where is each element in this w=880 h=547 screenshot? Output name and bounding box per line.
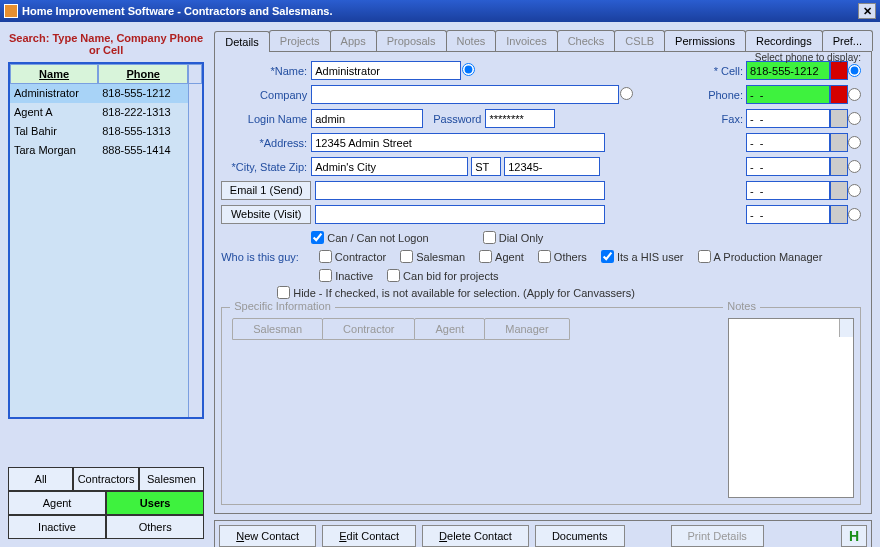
tab-apps[interactable]: Apps — [330, 30, 377, 51]
tab-details-body: Select phone to display: Name: Cell: Com… — [214, 52, 872, 514]
tab-bar: DetailsProjectsAppsProposalsNotesInvoice… — [214, 30, 872, 52]
company-input[interactable] — [311, 85, 619, 104]
check-can-logon[interactable]: Can / Can not Logon — [311, 231, 429, 244]
check-salesman[interactable]: Salesman — [400, 250, 465, 263]
col-header-phone[interactable]: Phone — [98, 64, 188, 84]
name-radio[interactable] — [462, 63, 475, 76]
extra2-dial-button[interactable] — [830, 157, 848, 176]
cell-input[interactable] — [746, 61, 830, 80]
spec-tab-agent[interactable]: Agent — [414, 318, 485, 340]
name-input[interactable] — [311, 61, 461, 80]
check-dial-only[interactable]: Dial Only — [483, 231, 544, 244]
email1-input[interactable] — [315, 181, 605, 200]
spec-tab-salesman[interactable]: Salesman — [232, 318, 323, 340]
check-contractor[interactable]: Contractor — [319, 250, 386, 263]
extra-phone-1[interactable] — [746, 133, 830, 152]
filter-agent[interactable]: Agent — [8, 491, 106, 515]
filter-salesmen[interactable]: Salesmen — [139, 467, 204, 491]
extra-phone-3[interactable] — [746, 181, 830, 200]
extra3-dial-button[interactable] — [830, 181, 848, 200]
filter-all[interactable]: All — [8, 467, 73, 491]
filter-others[interactable]: Others — [106, 515, 204, 539]
filter-inactive[interactable]: Inactive — [8, 515, 106, 539]
tab-checks[interactable]: Checks — [557, 30, 616, 51]
extra4-dial-button[interactable] — [830, 205, 848, 224]
list-scrollbar[interactable] — [188, 84, 202, 417]
contact-row[interactable]: Tal Bahir818-555-1313 — [10, 122, 188, 141]
extra-phone-2[interactable] — [746, 157, 830, 176]
help-button[interactable]: H — [841, 525, 867, 547]
extra2-display-radio[interactable] — [848, 160, 861, 173]
documents-button[interactable]: Documents — [535, 525, 625, 547]
tab-details[interactable]: Details — [214, 31, 270, 52]
print-details-button[interactable]: Print Details — [671, 525, 764, 547]
fax-input[interactable] — [746, 109, 830, 128]
contact-list: Name Phone Administrator818-555-1212Agen… — [8, 62, 204, 419]
check-others[interactable]: Others — [538, 250, 587, 263]
check-inactive[interactable]: Inactive — [319, 269, 373, 282]
search-label: Search: Type Name, Company Phone or Cell — [8, 32, 204, 56]
spec-tab-contractor[interactable]: Contractor — [322, 318, 415, 340]
spec-tab-manager[interactable]: Manager — [484, 318, 569, 340]
new-contact-button[interactable]: New Contact — [219, 525, 316, 547]
address-input[interactable] — [311, 133, 605, 152]
filter-buttons: AllContractorsSalesmen AgentUsers Inacti… — [8, 467, 204, 539]
phone-display-radio[interactable] — [848, 88, 861, 101]
cell-display-radio[interactable] — [848, 64, 861, 77]
check-his-user[interactable]: Its a HIS user — [601, 250, 684, 263]
filter-users[interactable]: Users — [106, 491, 204, 515]
label-csz: City, State Zip: — [221, 161, 311, 173]
check-can-bid[interactable]: Can bid for projects — [387, 269, 498, 282]
contact-row[interactable]: Tara Morgan888-555-1414 — [10, 141, 188, 160]
website-button[interactable]: Website (Visit) — [221, 205, 311, 224]
label-name: Name: — [221, 65, 311, 77]
bottom-toolbar: New Contact Edit Contact Delete Contact … — [214, 520, 872, 547]
cell-dial-button[interactable] — [830, 61, 848, 80]
filter-contractors[interactable]: Contractors — [73, 467, 138, 491]
tab-pref[interactable]: Pref... — [822, 30, 873, 51]
phone-dial-button[interactable] — [830, 85, 848, 104]
website-input[interactable] — [315, 205, 605, 224]
label-address: Address: — [221, 137, 311, 149]
tab-recordings[interactable]: Recordings — [745, 30, 823, 51]
label-phone: Phone: — [703, 89, 743, 101]
email1-button[interactable]: Email 1 (Send) — [221, 181, 311, 200]
phone-display-label: Select phone to display: — [755, 52, 861, 63]
col-header-name[interactable]: Name — [10, 64, 98, 84]
extra1-dial-button[interactable] — [830, 133, 848, 152]
tab-permissions[interactable]: Permissions — [664, 30, 746, 51]
login-input[interactable] — [311, 109, 423, 128]
city-input[interactable] — [311, 157, 468, 176]
check-agent[interactable]: Agent — [479, 250, 524, 263]
tab-proposals[interactable]: Proposals — [376, 30, 447, 51]
extra1-display-radio[interactable] — [848, 136, 861, 149]
tab-projects[interactable]: Projects — [269, 30, 331, 51]
extra-phone-4[interactable] — [746, 205, 830, 224]
fax-dial-button[interactable] — [830, 109, 848, 128]
extra3-display-radio[interactable] — [848, 184, 861, 197]
app-icon — [4, 4, 18, 18]
scroll-header — [188, 64, 202, 84]
label-company: Company — [221, 89, 311, 101]
label-cell: Cell: — [703, 65, 743, 77]
check-prod-mgr[interactable]: A Production Manager — [698, 250, 823, 263]
zip-input[interactable] — [504, 157, 600, 176]
contact-row[interactable]: Administrator818-555-1212 — [10, 84, 188, 103]
fax-display-radio[interactable] — [848, 112, 861, 125]
tab-invoices[interactable]: Invoices — [495, 30, 557, 51]
delete-contact-button[interactable]: Delete Contact — [422, 525, 529, 547]
notes-textarea[interactable] — [728, 318, 854, 498]
password-input[interactable] — [485, 109, 555, 128]
contact-row[interactable]: Agent A818-222-1313 — [10, 103, 188, 122]
notes-scroll-up[interactable] — [839, 319, 853, 337]
close-icon[interactable]: ✕ — [858, 3, 876, 19]
tab-cslb[interactable]: CSLB — [614, 30, 665, 51]
left-pane: Search: Type Name, Company Phone or Cell… — [8, 30, 204, 539]
phone-input[interactable] — [746, 85, 830, 104]
tab-notes[interactable]: Notes — [446, 30, 497, 51]
company-radio[interactable] — [620, 87, 633, 100]
edit-contact-button[interactable]: Edit Contact — [322, 525, 416, 547]
check-hide[interactable]: Hide - If checked, is not available for … — [277, 286, 635, 299]
state-input[interactable] — [471, 157, 501, 176]
extra4-display-radio[interactable] — [848, 208, 861, 221]
